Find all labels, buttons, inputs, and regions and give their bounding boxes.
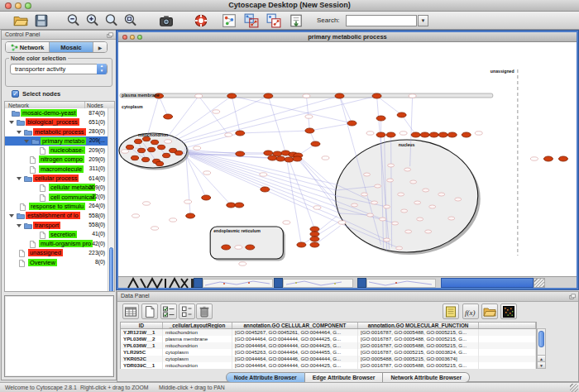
new-attribute-button[interactable] bbox=[141, 304, 158, 319]
red-node[interactable] bbox=[558, 156, 567, 161]
label-node[interactable] bbox=[184, 200, 192, 203]
red-node[interactable] bbox=[310, 242, 319, 247]
red-node[interactable] bbox=[246, 245, 255, 250]
nucleus-node[interactable] bbox=[417, 218, 423, 221]
red-node[interactable] bbox=[372, 93, 381, 98]
background-window-thumbnail[interactable] bbox=[203, 279, 273, 288]
label-node[interactable] bbox=[213, 110, 220, 113]
red-node[interactable] bbox=[310, 237, 319, 241]
label-node[interactable] bbox=[143, 202, 151, 205]
tree-item-nitrogen-compo[interactable]: nitrogen compo209(0) bbox=[5, 155, 114, 164]
float-panel-icon[interactable] bbox=[107, 32, 113, 39]
save-session-button[interactable] bbox=[34, 13, 49, 28]
nucleus-node[interactable] bbox=[401, 209, 408, 213]
mitochondrion-node[interactable] bbox=[131, 155, 138, 160]
function-builder-button[interactable]: f(x) bbox=[462, 304, 479, 319]
table-row-ydr039c__1[interactable]: YDR039C__1mitochondrion[GO:0044464, GO:0… bbox=[120, 362, 537, 369]
tree-item-overview[interactable]: Overview8(0) bbox=[5, 258, 114, 267]
tree-item-transport[interactable]: transport558(0) bbox=[5, 221, 114, 230]
background-window-tab[interactable] bbox=[194, 278, 203, 288]
label-node[interactable] bbox=[530, 157, 538, 160]
expand-arrow-icon[interactable] bbox=[17, 224, 22, 227]
nucleus-node[interactable] bbox=[414, 201, 421, 204]
expand-arrow-icon[interactable] bbox=[24, 140, 29, 143]
nucleus-node[interactable] bbox=[404, 168, 411, 171]
nucleus-node[interactable] bbox=[425, 230, 432, 233]
nucleus-node[interactable] bbox=[448, 217, 455, 220]
import-attributes-button[interactable] bbox=[481, 304, 498, 319]
tree-item-macromolecule[interactable]: macromolecule311(0) bbox=[5, 165, 114, 174]
label-node[interactable] bbox=[409, 94, 416, 98]
label-node[interactable] bbox=[475, 131, 482, 135]
table-scrollbar-thumb[interactable] bbox=[538, 331, 544, 347]
tree-item-biological-process[interactable]: biological_process651(0) bbox=[5, 117, 114, 127]
red-node[interactable] bbox=[222, 245, 231, 250]
color-attribute-dropdown[interactable]: transporter activity ▲▼ bbox=[10, 64, 108, 74]
nucleus-node[interactable] bbox=[352, 203, 358, 207]
tree-item-secretion[interactable]: secretion41(0) bbox=[5, 230, 114, 239]
mitochondrion-node[interactable] bbox=[156, 161, 163, 165]
mitochondrion-node[interactable] bbox=[134, 139, 141, 143]
zoom-out-button[interactable] bbox=[66, 13, 81, 28]
label-node[interactable] bbox=[225, 133, 232, 136]
annotation-notes-button[interactable] bbox=[443, 304, 459, 319]
nucleus-node[interactable] bbox=[384, 238, 390, 241]
red-node[interactable] bbox=[264, 151, 273, 155]
red-node[interactable] bbox=[438, 132, 447, 137]
tree-item-unassigned[interactable]: unassigned223(0) bbox=[5, 248, 114, 257]
expand-arrow-icon[interactable] bbox=[17, 131, 22, 134]
table-scrollbar[interactable]: ▲ ▼ bbox=[537, 328, 546, 369]
attribute-table-button[interactable] bbox=[122, 304, 139, 319]
label-node[interactable] bbox=[305, 115, 313, 118]
red-node[interactable] bbox=[376, 116, 385, 121]
red-node[interactable] bbox=[235, 203, 244, 208]
nucleus-node[interactable] bbox=[388, 164, 395, 167]
nucleus-node[interactable] bbox=[405, 230, 412, 233]
column-header-empty[interactable] bbox=[479, 323, 536, 328]
select-nodes-checkbox[interactable]: ✓ bbox=[12, 90, 19, 98]
red-node[interactable] bbox=[202, 195, 211, 200]
nucleus-node[interactable] bbox=[375, 184, 381, 188]
tree-scrollbar[interactable] bbox=[108, 108, 114, 291]
red-node[interactable] bbox=[397, 112, 406, 117]
label-node[interactable] bbox=[260, 173, 267, 176]
red-node[interactable] bbox=[227, 93, 237, 98]
network-canvas[interactable]: plasma membranecytoplasmmitochondrionnuc… bbox=[118, 42, 577, 276]
label-node[interactable] bbox=[366, 131, 374, 135]
red-node[interactable] bbox=[305, 128, 314, 133]
zoom-fit-button[interactable] bbox=[123, 13, 138, 28]
red-node[interactable] bbox=[261, 187, 270, 192]
label-node[interactable] bbox=[338, 221, 346, 224]
nucleus-node[interactable] bbox=[384, 205, 390, 208]
float-panel-icon[interactable] bbox=[569, 294, 576, 300]
mitochondrion-node[interactable] bbox=[157, 145, 165, 149]
background-window-titlebar[interactable] bbox=[441, 278, 534, 288]
scroll-down-arrow[interactable]: ▼ bbox=[538, 361, 545, 368]
nucleus-node[interactable] bbox=[423, 189, 429, 192]
nucleus-node[interactable] bbox=[398, 193, 404, 196]
window-resize-grip[interactable] bbox=[534, 278, 545, 288]
red-node[interactable] bbox=[376, 132, 385, 137]
red-node[interactable] bbox=[543, 156, 553, 161]
red-node[interactable] bbox=[236, 151, 245, 156]
expand-arrow-icon[interactable] bbox=[9, 121, 14, 124]
resize-grip[interactable] bbox=[570, 384, 578, 392]
delete-attribute-button[interactable] bbox=[196, 304, 213, 319]
mitochondrion-node[interactable] bbox=[137, 148, 145, 152]
nucleus-node[interactable] bbox=[361, 193, 368, 196]
expand-arrow-icon[interactable] bbox=[9, 214, 14, 218]
tree-item-cellular-metabol[interactable]: cellular metabol209(0) bbox=[5, 183, 114, 192]
tree-scrollbar-thumb[interactable] bbox=[109, 247, 113, 292]
red-node[interactable] bbox=[285, 157, 294, 162]
table-row-ypl036w__1[interactable]: YPL036W__1mitochondrion[GO:0044464, GO:0… bbox=[120, 342, 537, 349]
tree-item-nucleobase-[interactable]: nucleobase-209(0) bbox=[5, 146, 114, 155]
red-node[interactable] bbox=[227, 203, 236, 208]
expand-arrow-icon[interactable] bbox=[17, 177, 22, 180]
network-graph[interactable]: plasma membranecytoplasmmitochondrionnuc… bbox=[118, 42, 577, 276]
zoom-selected-button[interactable] bbox=[104, 13, 119, 28]
nucleus-node[interactable] bbox=[438, 193, 445, 196]
label-node[interactable] bbox=[303, 94, 310, 98]
red-node[interactable] bbox=[276, 156, 285, 161]
mitochondrion-node[interactable] bbox=[175, 151, 183, 155]
red-node[interactable] bbox=[429, 132, 438, 137]
